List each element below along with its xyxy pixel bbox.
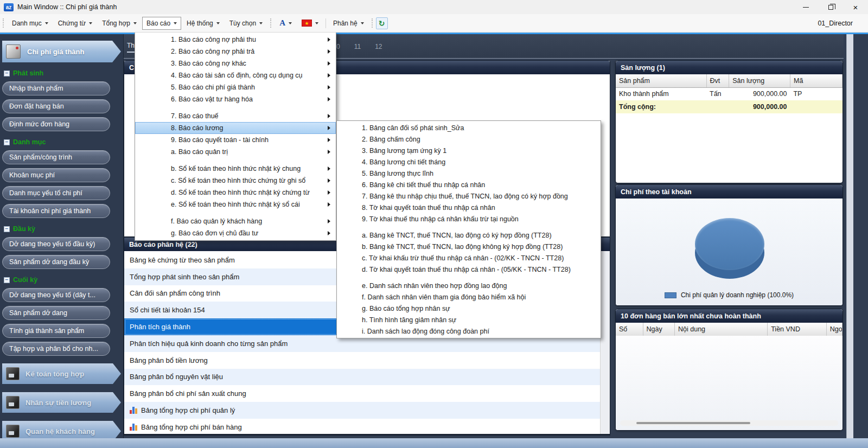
- submenu-item[interactable]: d. Tờ khai quyết toán thuế thu nhập cá n…: [337, 264, 601, 275]
- menubar-item[interactable]: Danh mục: [8, 17, 53, 30]
- collapse-icon[interactable]: −: [4, 226, 10, 232]
- submenu-item[interactable]: 9. Tờ khai thuế thu nhập cá nhân khấu tr…: [337, 213, 601, 225]
- report-list-item[interactable]: Bảng phân bổ nguyên vật liệu: [124, 369, 600, 386]
- module-label: Quan hệ khách hàng: [25, 427, 95, 436]
- submenu-item[interactable]: g. Báo cáo tổng hợp nhân sự: [337, 303, 601, 314]
- menu-item[interactable]: 9. Báo cáo quyết toán - tài chính: [135, 134, 336, 146]
- sidebar-entry[interactable]: − Tập hợp và phân bổ cho nh...: [2, 342, 110, 356]
- sidebar-entry[interactable]: − Đơn đặt hàng bán: [2, 99, 110, 113]
- sidebar-header-chi-phi-gia-thanh[interactable]: Chi phí giá thành: [2, 41, 121, 62]
- submenu-item[interactable]: i. Danh sách lao động đóng công đoàn phí: [337, 325, 601, 337]
- month-tab[interactable]: 11: [354, 43, 361, 50]
- sidebar-entry[interactable]: − Danh mục yếu tố chi phí: [2, 186, 110, 200]
- column-header[interactable]: Nội dung: [675, 323, 768, 336]
- menubar-item[interactable]: Hệ thống: [182, 17, 224, 30]
- sidebar-entry[interactable]: − Sản phẩm/công trình: [2, 150, 110, 164]
- column-header[interactable]: Số: [616, 323, 643, 336]
- menubar-item[interactable]: Báo cáo: [142, 17, 181, 30]
- menu-item[interactable]: d. Sổ kế toán theo hình thức nhật ký chứ…: [135, 187, 336, 199]
- sidebar-entry[interactable]: − Dở dang theo yếu tố (dây t...: [2, 288, 110, 302]
- collapse-icon[interactable]: −: [4, 139, 10, 145]
- sidebar-entry[interactable]: − Khoản mục phí: [2, 168, 110, 182]
- month-tab[interactable]: 0: [336, 43, 340, 50]
- report-menu-dropdown: 1. Báo cáo công nợ phải thu 2. Báo cáo c…: [135, 32, 336, 241]
- pie-slice[interactable]: [695, 218, 764, 270]
- menu-item[interactable]: 7. Báo cáo thuế: [135, 110, 336, 122]
- sidebar-entry[interactable]: − Phát sinh: [4, 69, 123, 78]
- menubar-item[interactable]: Tổng hợp: [98, 17, 141, 30]
- close-button[interactable]: ×: [843, 0, 868, 14]
- module-menu-button[interactable]: Phân hệ: [329, 17, 368, 30]
- menu-item[interactable]: e. Sổ kế toán theo hình thức nhật ký sổ …: [135, 199, 336, 210]
- minimize-button[interactable]: [793, 0, 818, 14]
- menu-item[interactable]: b. Sổ kế toán theo hình thức nhật ký chu…: [135, 163, 336, 175]
- sidebar-entry[interactable]: − Tính giá thành sản phẩm: [2, 324, 110, 338]
- submenu-item[interactable]: 4. Bảng lương chi tiết tháng: [337, 156, 601, 168]
- close-icon: ×: [853, 3, 858, 11]
- sidebar-entry[interactable]: − Đầu kỳ: [4, 225, 123, 233]
- sidebar-entry[interactable]: − Cuối kỳ: [4, 276, 123, 284]
- submenu-item[interactable]: b. Bảng kê TNCT, thuế TNCN, lao động khô…: [337, 241, 601, 252]
- submenu-item[interactable]: h. Tình hình tăng giảm nhân sự: [337, 314, 601, 325]
- submenu-item[interactable]: 6. Bảng kê chi tiết thuế thu nhập cá nhâ…: [337, 179, 601, 190]
- column-header[interactable]: Ngày: [643, 323, 674, 336]
- submenu-item[interactable]: e. Danh sách nhân viên theo hợp đồng lao…: [337, 280, 601, 291]
- collapse-icon[interactable]: −: [4, 277, 10, 283]
- report-list-item[interactable]: Bảng tổng hợp chi phí bán hàng: [124, 419, 600, 434]
- report-list-item[interactable]: Bảng phân bổ tiền lương: [124, 352, 600, 369]
- menu-item[interactable]: 2. Báo cáo công nợ phải trả: [135, 46, 336, 57]
- sidebar-module-banner[interactable]: Kế toán tổng hợp: [2, 363, 121, 384]
- menu-item[interactable]: a. Báo cáo quản trị: [135, 146, 336, 158]
- sidebar-entry[interactable]: − Sản phẩm dở dang: [2, 306, 110, 320]
- column-header[interactable]: Ngoại t...: [826, 323, 842, 336]
- sidebar-entry[interactable]: − Sản phẩm dở dang đầu kỳ: [2, 255, 110, 269]
- user-selector[interactable]: 01_Director: [818, 20, 868, 27]
- sidebar-entry[interactable]: − Danh mục: [4, 138, 123, 146]
- submenu-item[interactable]: a. Bảng kê TNCT, thuế TNCN, lao động có …: [337, 229, 601, 241]
- submenu-item[interactable]: 2. Bảng chấm công: [337, 133, 601, 145]
- menubar-item[interactable]: Tùy chọn: [225, 17, 267, 30]
- column-header[interactable]: Đvt: [706, 74, 729, 87]
- month-tab[interactable]: 12: [375, 43, 382, 50]
- window-vertical-scrollbar[interactable]: [846, 34, 853, 438]
- horizontal-scrollbar[interactable]: [620, 420, 838, 426]
- sidebar-entry[interactable]: − Tài khoản chi phí giá thành: [2, 204, 110, 218]
- column-header[interactable]: Sản phẩm: [616, 74, 706, 87]
- refresh-button[interactable]: ↻: [376, 17, 388, 29]
- menu-item[interactable]: 4. Báo cáo tài sản cố định, công cụ dụng…: [135, 69, 336, 81]
- menu-item[interactable]: 8. Báo cáo lương: [135, 122, 336, 134]
- submenu-item[interactable]: c. Tờ khai khấu trừ thuế thu nhập cá nhâ…: [337, 252, 601, 264]
- sidebar-entry[interactable]: − Định mức đơn hàng: [2, 117, 110, 131]
- menu-item[interactable]: 5. Báo cáo chi phí giá thành: [135, 81, 336, 93]
- report-list-item[interactable]: Bảng tổng hợp chi phí quản lý: [124, 402, 600, 419]
- sidebar-module-banner[interactable]: Nhân sự tiền lương: [2, 392, 121, 413]
- submenu-item[interactable]: f. Danh sách nhân viên tham gia đóng bảo…: [337, 291, 601, 303]
- menubar-item[interactable]: Chứng từ: [54, 17, 97, 30]
- menu-item[interactable]: g. Báo cáo đơn vị chủ đầu tư: [135, 227, 336, 239]
- submenu-item[interactable]: 7. Bảng kê thu nhập chịu thuế, thuế TNCN…: [337, 190, 601, 202]
- column-header[interactable]: Mã: [790, 74, 842, 87]
- active-month-tab[interactable]: Th: [127, 42, 135, 53]
- sidebar-entry[interactable]: − Nhập thành phẩm: [2, 81, 110, 95]
- submenu-item[interactable]: 5. Bảng lương thực lĩnh: [337, 168, 601, 179]
- submenu-item[interactable]: 8. Tờ khai quyết toán thuế thu nhập cá n…: [337, 202, 601, 213]
- column-header[interactable]: Sản lượng: [729, 74, 790, 87]
- submenu-item[interactable]: 1. Bảng cân đối số phát sinh_Sửa: [337, 122, 601, 133]
- language-menu-button[interactable]: ★: [297, 17, 323, 30]
- submenu-item[interactable]: 3. Bảng lương tạm ứng kỳ 1: [337, 145, 601, 156]
- menu-item[interactable]: 3. Báo cáo công nợ khác: [135, 57, 336, 69]
- menu-item[interactable]: 1. Báo cáo công nợ phải thu: [135, 34, 336, 46]
- menu-item[interactable]: 6. Báo cáo vật tư hàng hóa: [135, 93, 336, 105]
- vertical-scrollbar[interactable]: [600, 252, 610, 434]
- restore-button[interactable]: [818, 0, 843, 14]
- report-list-item[interactable]: Bảng phân bổ chi phí sản xuất chung: [124, 385, 600, 402]
- menu-item[interactable]: f. Báo cáo quản lý khách hàng: [135, 215, 336, 227]
- scrollbar-thumb[interactable]: [636, 422, 750, 424]
- submenu-arrow-icon: [328, 97, 330, 101]
- menu-item[interactable]: c. Sổ kế toán theo hình thức chứng từ gh…: [135, 175, 336, 187]
- collapse-icon[interactable]: −: [4, 71, 10, 76]
- sidebar-entry[interactable]: − Dở dang theo yếu tố đầu kỳ): [2, 237, 110, 251]
- font-menu-button[interactable]: A: [275, 17, 296, 30]
- column-header[interactable]: Tiền VND: [768, 323, 827, 336]
- table-row[interactable]: Kho thành phẩm Tấn 900,000.00 TP: [616, 87, 843, 100]
